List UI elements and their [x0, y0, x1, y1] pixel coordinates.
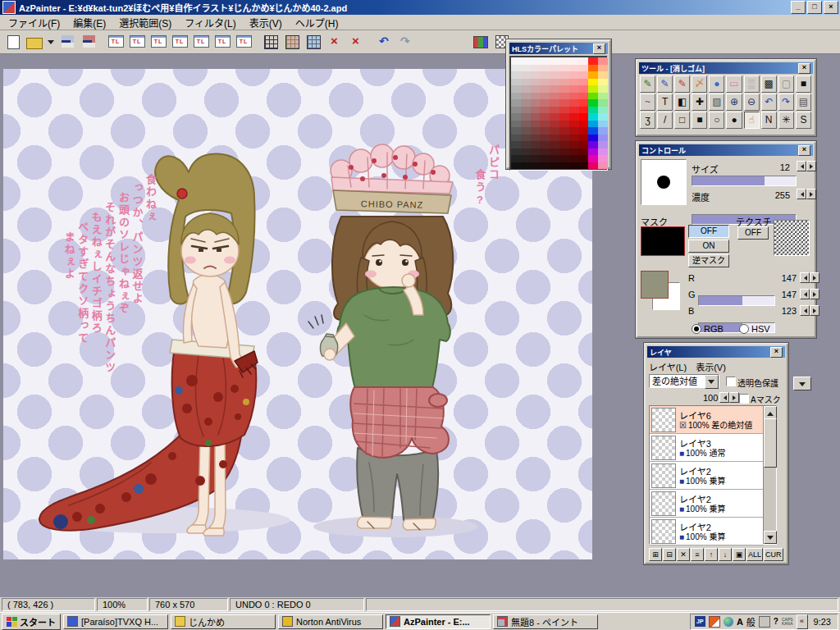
control-window-close-icon[interactable]	[798, 145, 810, 156]
palette-cell-spectrum[interactable]	[588, 93, 598, 100]
palette-cell[interactable]	[540, 127, 550, 135]
toggle-preview-window[interactable]	[191, 33, 211, 52]
tool-window-close-icon[interactable]	[798, 63, 810, 74]
fill-ellipse-tool[interactable]: ●	[726, 112, 742, 129]
hsv-radio[interactable]: HSV	[739, 324, 770, 334]
palette-cell[interactable]	[569, 135, 579, 142]
layer-thumbnail[interactable]	[651, 408, 676, 432]
scroll-down-icon[interactable]	[764, 531, 777, 544]
palette-cell[interactable]	[550, 65, 559, 72]
palette-cell[interactable]	[550, 127, 559, 135]
palette-cell[interactable]	[579, 135, 589, 142]
palette-cell[interactable]	[540, 148, 550, 156]
palette-cell-spectrum[interactable]	[588, 85, 598, 93]
palette-cell[interactable]	[531, 107, 541, 114]
rgb-radio[interactable]: RGB	[692, 324, 724, 334]
layer-up-button[interactable]: ↑	[705, 548, 718, 561]
palette-cell[interactable]	[579, 79, 589, 86]
maximize-button[interactable]	[807, 1, 822, 14]
palette-cell[interactable]	[569, 148, 579, 156]
palette-cell[interactable]	[531, 93, 541, 100]
menu-view[interactable]: 表示(V)	[243, 14, 289, 31]
palette-cell[interactable]	[579, 57, 589, 65]
palette-cell[interactable]	[521, 127, 531, 135]
palette-cell[interactable]	[540, 162, 550, 170]
grid-toggle-button[interactable]	[261, 33, 281, 52]
fill-tool[interactable]: ▩	[761, 75, 777, 93]
palette-cell[interactable]	[540, 141, 550, 148]
palette-cell[interactable]	[540, 155, 550, 162]
palette-cell-spectrum[interactable]	[598, 141, 608, 148]
palette-cell[interactable]	[511, 121, 521, 128]
hls-close-icon[interactable]	[593, 43, 605, 54]
size-spinner[interactable]	[797, 161, 816, 171]
palette-cell-spectrum[interactable]	[588, 65, 598, 72]
layer-menu-view[interactable]: 表示(V)	[694, 359, 731, 374]
palette-cell[interactable]	[521, 135, 531, 142]
palette-cell-spectrum[interactable]	[598, 65, 608, 72]
palette-cell[interactable]	[540, 57, 550, 65]
palette-cell[interactable]	[531, 57, 541, 65]
palette-cell[interactable]	[579, 121, 589, 128]
palette-cell[interactable]	[559, 85, 569, 93]
taskbar-item-azpainter[interactable]: AzPainter - E:...	[386, 614, 491, 629]
rect-tool[interactable]: □	[674, 112, 690, 129]
amask-checkbox[interactable]	[739, 394, 749, 404]
tone-tool[interactable]: ░	[744, 75, 760, 93]
move-tool[interactable]: ✚	[692, 94, 707, 111]
redo-tool[interactable]: ↷	[778, 94, 794, 111]
deselect-button[interactable]	[331, 33, 350, 52]
show-all-layers-button[interactable]: ALL	[746, 548, 763, 561]
palette-cell-spectrum[interactable]	[588, 127, 598, 135]
minimize-button[interactable]	[791, 1, 806, 14]
mask-off-button[interactable]: OFF	[688, 225, 729, 238]
palette-cell[interactable]	[550, 93, 559, 100]
pen-tray-icon[interactable]	[709, 616, 720, 628]
palette-cell[interactable]	[521, 99, 531, 107]
save-as-button[interactable]	[79, 33, 98, 52]
close-button[interactable]	[824, 1, 838, 14]
palette-cell[interactable]	[521, 155, 531, 162]
tray-collapse-icon[interactable]: «	[797, 614, 808, 629]
ime-help-icon[interactable]: ?	[774, 617, 778, 626]
palette-cell[interactable]	[559, 127, 569, 135]
palette-cell[interactable]	[569, 121, 579, 128]
palette-cell[interactable]	[540, 71, 550, 79]
combine-layer-button[interactable]: ≡	[691, 548, 704, 561]
ellipse-tool[interactable]: ○	[709, 112, 724, 129]
text-tool[interactable]: T	[657, 94, 673, 111]
palette-cell[interactable]	[521, 141, 531, 148]
palette-cell[interactable]	[540, 65, 550, 72]
waterdrop-tool[interactable]: ●	[709, 75, 724, 93]
mask-swatch[interactable]	[641, 226, 685, 256]
palette-cell[interactable]	[531, 65, 541, 72]
start-button[interactable]: スタート	[2, 614, 61, 630]
palette-cell[interactable]	[511, 155, 521, 162]
palette-cell-spectrum[interactable]	[598, 79, 608, 86]
palette-cell[interactable]	[550, 135, 559, 142]
layer-window-close-icon[interactable]	[770, 347, 783, 358]
new-file-button[interactable]	[3, 33, 23, 52]
gradient-tool[interactable]: ◧	[674, 94, 690, 111]
undo-tool[interactable]: ↶	[761, 94, 777, 111]
palette-cell-spectrum[interactable]	[598, 93, 608, 100]
layer-thumbnail[interactable]	[651, 519, 676, 544]
mask-on-button[interactable]: ON	[688, 240, 729, 253]
palette-cell-spectrum[interactable]	[588, 79, 598, 86]
palette-cell[interactable]	[559, 71, 569, 79]
palette-cell[interactable]	[521, 79, 531, 86]
palette-cell-spectrum[interactable]	[588, 113, 598, 121]
palette-cell[interactable]	[521, 85, 531, 93]
eraser-tool[interactable]: ▭	[726, 75, 742, 93]
palette-cell[interactable]	[559, 148, 569, 156]
brush-tool[interactable]: ✎	[674, 75, 690, 93]
taskbar-item-norton[interactable]: Norton AntiVirus	[278, 614, 383, 629]
crayon-tool[interactable]: 〆	[692, 75, 707, 93]
menu-filter[interactable]: フィルタ(L)	[178, 14, 242, 31]
palette-cell[interactable]	[550, 141, 559, 148]
palette-cell[interactable]	[531, 141, 541, 148]
palette-cell-spectrum[interactable]	[598, 85, 608, 93]
palette-cell[interactable]	[550, 57, 559, 65]
palette-cell-spectrum[interactable]	[588, 141, 598, 148]
palette-cell[interactable]	[559, 65, 569, 72]
